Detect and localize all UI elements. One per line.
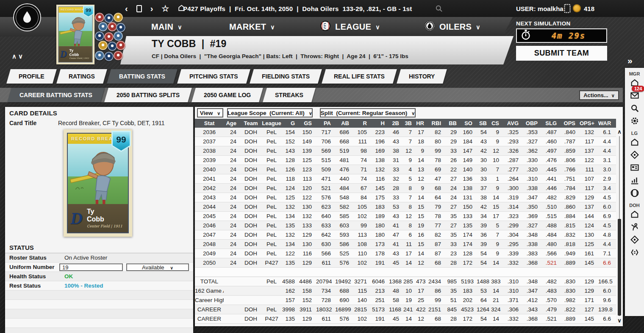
table-row[interactable]: 204024DOHPeL1261235094767113233413692214… bbox=[195, 165, 616, 174]
column-header[interactable]: SB bbox=[477, 120, 491, 126]
submit-team-button[interactable]: SUBMIT TEAM bbox=[516, 46, 607, 61]
forward-icon[interactable]: › bbox=[150, 4, 153, 13]
tab-batting-stats[interactable]: BATTING STATS bbox=[107, 69, 178, 84]
tab-history[interactable]: HISTORY bbox=[397, 69, 447, 84]
menu-main[interactable]: MAIN∨ bbox=[151, 17, 182, 36]
tab-profile[interactable]: PROFILE bbox=[6, 69, 56, 84]
table-scrollbar[interactable]: ∧ ∨ bbox=[616, 128, 623, 324]
table-row[interactable]: 204624DOHPeL1351336336039918041819772713… bbox=[195, 221, 616, 230]
scroll-down-icon[interactable]: ∨ bbox=[616, 317, 623, 324]
table-row[interactable]: 205024DOHP427135129611576102191451412682… bbox=[195, 258, 616, 268]
search-icon[interactable] bbox=[625, 102, 644, 115]
tab-ratings[interactable]: RATINGS bbox=[56, 69, 107, 84]
column-header[interactable]: League bbox=[261, 120, 282, 126]
column-header[interactable]: HR bbox=[416, 120, 428, 126]
stat-cell: 162 bbox=[282, 288, 299, 294]
view-dropdown[interactable]: View ∨ bbox=[197, 108, 223, 118]
table-row[interactable]: 204224DOHPeL1241205214846714528896824138… bbox=[195, 184, 616, 193]
column-header[interactable]: WAR bbox=[598, 120, 615, 126]
doh-location-icon[interactable] bbox=[625, 233, 644, 246]
stat-cell: 18032 bbox=[316, 306, 335, 313]
stat-cell: 145 bbox=[371, 185, 389, 191]
column-header[interactable]: AB bbox=[335, 120, 353, 126]
scroll-thumb[interactable] bbox=[618, 219, 621, 316]
card-slot-icon[interactable] bbox=[564, 4, 571, 15]
stat-cell: .347 bbox=[523, 194, 542, 201]
uniform-availability-select[interactable]: Available ∨ bbox=[126, 263, 189, 271]
column-header[interactable]: OPS bbox=[561, 120, 580, 126]
lg-baseball-icon[interactable] bbox=[625, 187, 644, 199]
menu-team[interactable]: OILERS∨ bbox=[424, 17, 480, 36]
table-row[interactable]: 203824DOHPeL1431395695199816938129993314… bbox=[195, 146, 616, 156]
column-header[interactable]: SO bbox=[461, 120, 477, 126]
doh-coach-icon[interactable] bbox=[625, 221, 644, 233]
table-row[interactable]: 203724DOHPeL1521497066681111964371880291… bbox=[195, 137, 616, 146]
stat-cell: 64 bbox=[428, 194, 445, 201]
lg-location-icon[interactable] bbox=[625, 148, 644, 161]
table-row[interactable]: 203924DOHPeL1281255154817413831914782614… bbox=[195, 156, 616, 165]
favorite-star-icon[interactable]: ☆ bbox=[161, 4, 169, 13]
column-header[interactable]: RBI bbox=[428, 120, 445, 126]
table-row[interactable]: 204124DOHPeL1181134714407411632512472713… bbox=[195, 174, 616, 184]
lg-stats-icon[interactable] bbox=[625, 174, 644, 187]
mail-icon[interactable]: 124 bbox=[625, 89, 644, 102]
lg-home-icon[interactable] bbox=[625, 136, 644, 148]
sidebar-expand-icon[interactable]: » bbox=[627, 56, 633, 66]
summary-row[interactable]: TOTALPeL45884486207941949232716046136828… bbox=[195, 277, 616, 286]
league-scope-dropdown[interactable]: League Scope (Current: All) ∨ bbox=[227, 108, 313, 118]
column-header[interactable]: 2B bbox=[389, 120, 403, 126]
summary-row[interactable]: CAREERDOHPeL3998391118032168992815517311… bbox=[195, 305, 616, 314]
stat-cell: .482 bbox=[542, 278, 561, 285]
column-header[interactable]: Stat bbox=[195, 120, 224, 126]
column-header[interactable]: R bbox=[353, 120, 371, 126]
team-logo[interactable] bbox=[14, 4, 40, 31]
table-row[interactable]: 204924DOHPeL1221165665251101784317148723… bbox=[195, 249, 616, 258]
column-header[interactable]: PA bbox=[316, 120, 335, 126]
doh-home-icon[interactable] bbox=[625, 208, 644, 221]
subtab-career-batting-stats[interactable]: CAREER BATTING STATS bbox=[7, 88, 105, 102]
table-row[interactable]: 204524DOHPeL1341326405851021894312157835… bbox=[195, 212, 616, 221]
column-header[interactable]: CS bbox=[491, 120, 503, 126]
doh-transactions-icon[interactable] bbox=[625, 246, 644, 259]
column-header[interactable]: Team bbox=[241, 120, 261, 126]
summary-row[interactable]: 162 Game AVG1621587346881152134810178635… bbox=[195, 286, 616, 296]
subtab-streaks[interactable]: STREAKS bbox=[263, 88, 316, 102]
gear-icon[interactable] bbox=[625, 115, 644, 127]
column-header[interactable]: OBP bbox=[523, 120, 542, 126]
table-row[interactable]: 204724DOHPeL1321296425931131804761682351… bbox=[195, 230, 616, 240]
tab-real-life-stats[interactable]: REAL LIFE STATS bbox=[322, 69, 397, 84]
scroll-up-icon[interactable]: ∧ bbox=[616, 129, 623, 135]
table-row[interactable]: 204824DOHPeL1341306305861081734111158733… bbox=[195, 240, 616, 249]
column-header[interactable]: Age bbox=[224, 120, 241, 126]
table-row[interactable]: 204324DOHPeL1251225765488417533714642413… bbox=[195, 193, 616, 202]
menu-market[interactable]: MARKET∨ bbox=[229, 17, 275, 36]
column-header[interactable]: 3B bbox=[403, 120, 416, 126]
split-dropdown[interactable]: Split (Current: Regular Season) ∨ bbox=[320, 108, 416, 118]
table-row[interactable]: 203624DOHPeL1541507176861052234671782291… bbox=[195, 128, 616, 137]
column-header[interactable]: AVG bbox=[503, 120, 523, 126]
rest-status-value: 100% - Rested bbox=[64, 283, 103, 289]
stat-cell: 515 bbox=[316, 157, 335, 163]
subtab-2050-game-log[interactable]: 2050 GAME LOG bbox=[192, 88, 263, 102]
menu-league[interactable]: LEAGUE∨ bbox=[320, 17, 380, 36]
subtab-2050-batting-splits[interactable]: 2050 BATTING SPLITS bbox=[104, 88, 192, 102]
window-icon[interactable] bbox=[136, 5, 142, 12]
column-header[interactable]: H bbox=[371, 120, 389, 126]
column-header[interactable]: G bbox=[282, 120, 299, 126]
column-header[interactable]: OPS+ bbox=[580, 120, 598, 126]
player-card-thumbnail[interactable]: RECORD BREAKER D bbox=[56, 5, 95, 64]
table-row[interactable]: 204424DOHPeL1321306235821051835381579271… bbox=[195, 202, 616, 212]
lg-news-icon[interactable] bbox=[625, 161, 644, 174]
tab-pitching-stats[interactable]: PITCHING STATS bbox=[177, 69, 250, 84]
collapse-chevrons[interactable]: ∧∨ bbox=[12, 53, 25, 60]
tab-fielding-stats[interactable]: FIELDING STATS bbox=[250, 69, 322, 84]
uniform-number-input[interactable] bbox=[59, 263, 123, 271]
summary-row[interactable]: Career Highs1571527286901402515819259951… bbox=[195, 296, 616, 305]
back-icon[interactable]: ‹ bbox=[125, 4, 128, 13]
column-header[interactable]: SLG bbox=[542, 120, 561, 126]
actions-button[interactable]: Actions... ∨ bbox=[579, 90, 619, 100]
summary-row[interactable]: CAREERDOHP427135129611576102191451412682… bbox=[195, 314, 616, 324]
column-header[interactable]: BB bbox=[445, 120, 461, 126]
search-icon[interactable] bbox=[435, 4, 443, 14]
column-header[interactable]: GS bbox=[299, 120, 316, 126]
